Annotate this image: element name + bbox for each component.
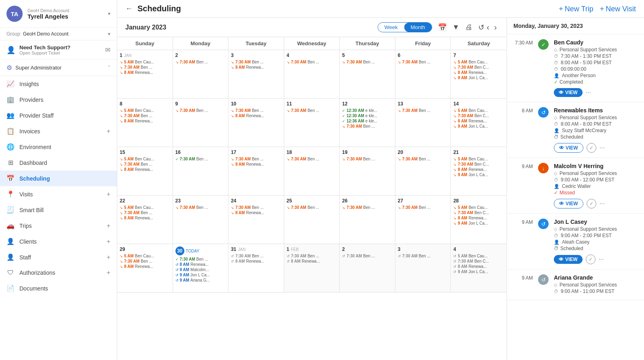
calendar-day-29[interactable]: 29 ↘5 AMBen Cau... ↘7:30 AMBen ... ↘8 AM…	[117, 244, 173, 292]
view-button[interactable]: 👁 VIEW	[554, 143, 583, 153]
calendar-event[interactable]: ↘7:30 AMBen ...	[120, 65, 170, 69]
support-row[interactable]: 👤 Need Tech Support? Open Support Ticket…	[0, 40, 117, 60]
calendar-event[interactable]: ↘7:30 AMBen ...	[231, 205, 281, 210]
calendar-event[interactable]: ↘8 AMRenewa...	[453, 119, 504, 123]
calendar-event[interactable]: ↺9 AMJon L Ca...	[453, 269, 504, 274]
sidebar-item-documents[interactable]: 📄 Documents	[0, 280, 117, 296]
calendar-event[interactable]: ↘7:30 AMBen ...	[231, 108, 281, 113]
calendar-event[interactable]: ↘7:30 AMBen ...	[398, 60, 448, 64]
plus-icon[interactable]: +	[107, 254, 110, 261]
calendar-event[interactable]: ↘8 AMRenewa...	[453, 70, 504, 75]
calendar-event[interactable]: ↘8 AMRenewa...	[120, 216, 170, 220]
calendar-event[interactable]: ↺7:30 AMBen ...	[231, 254, 281, 258]
calendar-event[interactable]: ↘9 AMJon L Ca...	[453, 76, 504, 80]
print-icon[interactable]: 🖨	[465, 22, 473, 32]
calendar-event[interactable]: ↘7:30 AMBen ...	[287, 157, 337, 161]
calendar-day-19[interactable]: 19 ↘7:30 AMBen ...	[340, 147, 395, 195]
calendar-day-13[interactable]: 13 ↘7:30 AMBen ...	[395, 99, 451, 147]
calendar-event[interactable]: ↘7:30 AMBen ...	[287, 205, 337, 210]
calendar-event[interactable]: ↘8 AMRenewa...	[231, 162, 281, 166]
calendar-day-24[interactable]: 24 ↘7:30 AMBen ... ↘8 AMRenewa...	[228, 196, 284, 244]
calendar-day-30-today[interactable]: 30 TODAY ✓7:30 AMBen ... ↺8 AMRenewa... …	[173, 244, 229, 292]
sidebar-item-scheduling[interactable]: 📅 Scheduling	[0, 171, 117, 186]
calendar-day-23[interactable]: 23 ↘7:30 AMBen ...	[173, 196, 229, 244]
calendar-day-27[interactable]: 27 ↘7:30 AMBen ...	[395, 196, 451, 244]
calendar-event[interactable]: ↺7:30 AMBen ...	[398, 254, 448, 258]
calendar-event[interactable]: ↘7:30 AMBen ...	[287, 108, 337, 113]
calendar-day-31[interactable]: 31 JAN ↺7:30 AMBen ... ↺8 AMRenewa...	[228, 244, 284, 292]
calendar-event[interactable]: ↘7:30 AMBen C...	[453, 65, 504, 69]
more-options-button[interactable]: ···	[600, 200, 605, 207]
calendar-day-1[interactable]: 1 JAN ↘5 AMBen Cau... ↘7:30 AMBen ... ↘8…	[117, 50, 173, 98]
calendar-event[interactable]: ↘9 AMJon L Ca...	[453, 124, 504, 128]
calendar-day-6[interactable]: 6 ↘7:30 AMBen ...	[395, 50, 451, 98]
calendar-event[interactable]: ↘7:30 AMBen ...	[342, 60, 393, 64]
sidebar-item-visits[interactable]: 📍 Visits +	[0, 186, 117, 202]
plus-icon[interactable]: +	[107, 238, 110, 245]
sidebar-item-insights[interactable]: 📈 Insights	[0, 76, 117, 92]
calendar-event[interactable]: ↘8 AMRenewa...	[231, 211, 281, 215]
calendar-event[interactable]: ↘7:30 AMBen ...	[342, 205, 393, 210]
calendar-day-12[interactable]: 12 ✓12:30 AMe kle... ✓12:30 AMe kle... ✓…	[340, 99, 395, 147]
calendar-event[interactable]: ↘7:30 AMBen ...	[398, 157, 448, 161]
calendar-event[interactable]: ↘7:30 AMBen ...	[342, 124, 393, 128]
sidebar-item-invoices[interactable]: 📋 Invoices +	[0, 123, 117, 139]
calendar-day-28[interactable]: 28 ↘5 AMBen Cau... ↘7:30 AMBen C... ↘8 A…	[451, 196, 507, 244]
circle-check-button[interactable]: ✓	[586, 255, 595, 264]
calendar-event[interactable]: ↘7:30 AMBen ...	[231, 60, 281, 64]
calendar-day-9[interactable]: 9 ↘7:30 AMBen ...	[173, 99, 229, 147]
calendar-day-14[interactable]: 14 ↘5 AMBen Cau... ↘7:30 AMBen C... ↘8 A…	[451, 99, 507, 147]
calendar-day-3[interactable]: 3 ↘7:30 AMBen ... ↘8 AMRenewa...	[228, 50, 284, 98]
calendar-day-16[interactable]: 16 ✓7:30 AMBen ...	[173, 147, 229, 195]
calendar-event[interactable]: ↘7:30 AMBen ...	[398, 108, 448, 113]
calendar-day-20[interactable]: 20 ↘7:30 AMBen ...	[395, 147, 451, 195]
calendar-day-15[interactable]: 15 ↘5 AMBen Cau... ↘7:30 AMBen ... ↘8 AM…	[117, 147, 173, 195]
calendar-event[interactable]: ↘7:30 AMBen ...	[398, 205, 448, 210]
sidebar-item-provider-staff[interactable]: 👥 Provider Staff	[0, 107, 117, 123]
more-options-button[interactable]: ···	[586, 89, 591, 96]
calendar-day-5[interactable]: 5 ↘7:30 AMBen ...	[340, 50, 395, 98]
sidebar-item-authorizations[interactable]: 🛡 Authorizations +	[0, 265, 117, 280]
calendar-event[interactable]: ✓12:30 AMe kle...	[342, 114, 393, 118]
calendar-event[interactable]: ↘7:30 AMBen ...	[342, 157, 393, 161]
calendar-day-8[interactable]: 8 ↘5 AMBen Cau... ↘7:30 AMBen ... ↘8 AMR…	[117, 99, 173, 147]
calendar-event[interactable]: ↺7:30 AMBen ...	[287, 254, 337, 258]
calendar-event[interactable]: ↘7:30 AMBen ...	[120, 259, 170, 263]
calendar-event[interactable]: ↘8 AMRenewa...	[231, 114, 281, 118]
calendar-event[interactable]: ↘5 AMBen Cau...	[453, 205, 504, 210]
calendar-event[interactable]: ↺8 AMRenewa...	[175, 262, 226, 267]
calendar-event[interactable]: ↘7:30 AMBen ...	[231, 157, 281, 161]
calendar-event[interactable]: ✓7:30 AMBen ...	[175, 157, 226, 161]
calendar-event[interactable]: ↘7:30 AMBen ...	[175, 205, 226, 210]
calendar-event[interactable]: ↘7:30 AMBen ...	[120, 211, 170, 215]
more-options-button[interactable]: ···	[599, 256, 604, 263]
admin-row[interactable]: ⚙ Super Administrator ˄	[0, 60, 117, 76]
calendar-day-feb-1[interactable]: 1 FEB ↺7:30 AMBen ... ↺8 AMRenewa...	[284, 244, 340, 292]
calendar-day-7[interactable]: 7 ↘5 AMBen Cau... ↘7:30 AMBen C... ↘8 AM…	[451, 50, 507, 98]
calendar-day-22[interactable]: 22 ↘5 AMBen Cau... ↘7:30 AMBen ... ↘8 AM…	[117, 196, 173, 244]
plus-icon[interactable]: +	[107, 128, 110, 135]
calendar-event[interactable]: ↘5 AMBen Cau...	[453, 157, 504, 161]
calendar-day-feb-4[interactable]: 4 ↺5 AMBen Cau... ↺7:30 AMBen C... ↺8 AM…	[451, 244, 507, 292]
calendar-icon[interactable]: 📅	[437, 22, 448, 33]
calendar-day-21[interactable]: 21 ↘5 AMBen Cau... ↘7:30 AMBen C... ↘8 A…	[451, 147, 507, 195]
filter-icon[interactable]: ▼	[452, 22, 460, 32]
calendar-day-feb-3[interactable]: 3 ↺7:30 AMBen ...	[395, 244, 451, 292]
more-options-button[interactable]: ···	[600, 144, 605, 152]
sidebar-item-clients[interactable]: 👤 Clients +	[0, 234, 117, 249]
calendar-event[interactable]: ↘7:30 AMBen ...	[287, 60, 337, 64]
calendar-event[interactable]: ↘5 AMBen Cau...	[453, 108, 504, 113]
month-view-button[interactable]: Month	[404, 23, 432, 32]
prev-month-button[interactable]: ‹	[485, 22, 491, 33]
plus-icon[interactable]: +	[107, 269, 110, 276]
refresh-icon[interactable]: ↺	[477, 22, 485, 33]
calendar-day-25[interactable]: 25 ↘7:30 AMBen ...	[284, 196, 340, 244]
calendar-event[interactable]: ↘7:30 AMBen C...	[453, 114, 504, 118]
back-button[interactable]: ←	[125, 4, 133, 13]
calendar-event[interactable]: ↘8 AMRenewa...	[120, 264, 170, 269]
calendar-day-4[interactable]: 4 ↘7:30 AMBen ...	[284, 50, 340, 98]
calendar-day-2[interactable]: 2 ↘7:30 AMBen ...	[173, 50, 229, 98]
calendar-event[interactable]: ↘9 AMJon L Ca...	[453, 173, 504, 177]
sidebar-item-staff[interactable]: 👤 Staff +	[0, 249, 117, 265]
sidebar-item-providers[interactable]: 🏢 Providers	[0, 92, 117, 107]
